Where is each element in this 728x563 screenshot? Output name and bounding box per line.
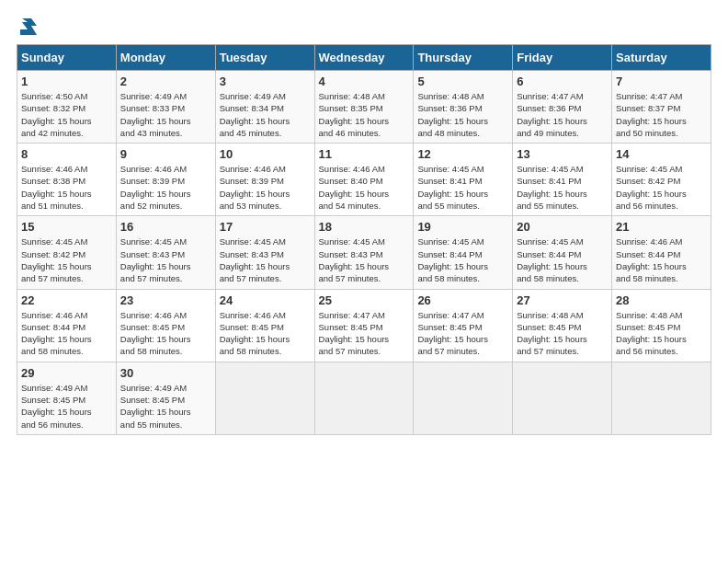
day-info: Sunrise: 4:46 AM Sunset: 8:45 PM Dayligh… <box>220 309 311 358</box>
day-info: Sunrise: 4:49 AM Sunset: 8:34 PM Dayligh… <box>220 90 311 139</box>
day-number: 24 <box>220 293 311 307</box>
day-number: 21 <box>616 220 707 234</box>
calendar-header-cell: Wednesday <box>314 45 414 71</box>
header <box>9 9 719 40</box>
day-number: 18 <box>319 220 410 234</box>
calendar-cell: 4Sunrise: 4:48 AM Sunset: 8:35 PM Daylig… <box>314 71 414 144</box>
calendar-cell: 17Sunrise: 4:45 AM Sunset: 8:43 PM Dayli… <box>215 216 314 289</box>
day-info: Sunrise: 4:47 AM Sunset: 8:45 PM Dayligh… <box>319 309 410 358</box>
day-number: 27 <box>517 293 608 307</box>
calendar-header-cell: Monday <box>116 45 215 71</box>
calendar-cell: 30Sunrise: 4:49 AM Sunset: 8:45 PM Dayli… <box>116 362 215 434</box>
calendar-cell: 29Sunrise: 4:49 AM Sunset: 8:45 PM Dayli… <box>17 362 117 434</box>
day-info: Sunrise: 4:50 AM Sunset: 8:32 PM Dayligh… <box>21 90 112 139</box>
day-number: 2 <box>120 75 211 88</box>
calendar-cell: 19Sunrise: 4:45 AM Sunset: 8:44 PM Dayli… <box>414 216 513 289</box>
calendar-header-row: SundayMondayTuesdayWednesdayThursdayFrid… <box>17 45 711 71</box>
calendar-cell: 12Sunrise: 4:45 AM Sunset: 8:41 PM Dayli… <box>414 144 513 216</box>
day-number: 6 <box>517 75 608 88</box>
day-info: Sunrise: 4:45 AM Sunset: 8:41 PM Dayligh… <box>517 163 608 212</box>
calendar-cell: 23Sunrise: 4:46 AM Sunset: 8:45 PM Dayli… <box>116 289 215 362</box>
day-info: Sunrise: 4:45 AM Sunset: 8:43 PM Dayligh… <box>220 236 311 284</box>
calendar-table: SundayMondayTuesdayWednesdayThursdayFrid… <box>17 44 711 435</box>
day-info: Sunrise: 4:46 AM Sunset: 8:44 PM Dayligh… <box>616 236 707 284</box>
calendar-cell: 3Sunrise: 4:49 AM Sunset: 8:34 PM Daylig… <box>215 71 314 144</box>
day-info: Sunrise: 4:45 AM Sunset: 8:43 PM Dayligh… <box>319 236 410 284</box>
calendar-cell: 22Sunrise: 4:46 AM Sunset: 8:44 PM Dayli… <box>17 289 117 362</box>
calendar-cell: 9Sunrise: 4:46 AM Sunset: 8:39 PM Daylig… <box>116 144 215 216</box>
day-info: Sunrise: 4:45 AM Sunset: 8:44 PM Dayligh… <box>417 236 508 284</box>
calendar-cell <box>215 362 314 434</box>
day-number: 29 <box>21 366 112 380</box>
calendar-cell: 6Sunrise: 4:47 AM Sunset: 8:36 PM Daylig… <box>513 71 612 144</box>
day-number: 4 <box>319 75 410 88</box>
calendar-week-row: 15Sunrise: 4:45 AM Sunset: 8:42 PM Dayli… <box>17 216 711 289</box>
day-number: 23 <box>120 293 211 307</box>
day-info: Sunrise: 4:48 AM Sunset: 8:45 PM Dayligh… <box>616 309 707 358</box>
day-number: 11 <box>319 147 410 161</box>
day-info: Sunrise: 4:49 AM Sunset: 8:45 PM Dayligh… <box>21 382 112 431</box>
calendar-cell: 15Sunrise: 4:45 AM Sunset: 8:42 PM Dayli… <box>17 216 117 289</box>
day-info: Sunrise: 4:45 AM Sunset: 8:42 PM Dayligh… <box>616 163 707 212</box>
calendar-header-cell: Friday <box>513 45 612 71</box>
logo <box>18 17 39 37</box>
day-info: Sunrise: 4:47 AM Sunset: 8:45 PM Dayligh… <box>417 309 508 358</box>
day-number: 25 <box>319 293 410 307</box>
calendar-cell: 1Sunrise: 4:50 AM Sunset: 8:32 PM Daylig… <box>17 71 117 144</box>
calendar-body: 1Sunrise: 4:50 AM Sunset: 8:32 PM Daylig… <box>17 71 711 435</box>
day-number: 16 <box>120 220 211 234</box>
calendar-cell: 7Sunrise: 4:47 AM Sunset: 8:37 PM Daylig… <box>612 71 711 144</box>
day-info: Sunrise: 4:45 AM Sunset: 8:44 PM Dayligh… <box>517 236 608 284</box>
logo-icon <box>18 17 39 37</box>
day-info: Sunrise: 4:46 AM Sunset: 8:39 PM Dayligh… <box>120 163 211 212</box>
calendar-week-row: 22Sunrise: 4:46 AM Sunset: 8:44 PM Dayli… <box>17 289 711 362</box>
calendar-week-row: 1Sunrise: 4:50 AM Sunset: 8:32 PM Daylig… <box>17 71 711 144</box>
calendar-week-row: 8Sunrise: 4:46 AM Sunset: 8:38 PM Daylig… <box>17 144 711 216</box>
day-info: Sunrise: 4:45 AM Sunset: 8:43 PM Dayligh… <box>120 236 211 284</box>
calendar-cell: 14Sunrise: 4:45 AM Sunset: 8:42 PM Dayli… <box>612 144 711 216</box>
day-info: Sunrise: 4:46 AM Sunset: 8:38 PM Dayligh… <box>21 163 112 212</box>
calendar-cell: 11Sunrise: 4:46 AM Sunset: 8:40 PM Dayli… <box>314 144 414 216</box>
day-info: Sunrise: 4:48 AM Sunset: 8:45 PM Dayligh… <box>517 309 608 358</box>
day-info: Sunrise: 4:45 AM Sunset: 8:42 PM Dayligh… <box>21 236 112 284</box>
calendar-cell: 16Sunrise: 4:45 AM Sunset: 8:43 PM Dayli… <box>116 216 215 289</box>
day-number: 15 <box>21 220 112 234</box>
day-info: Sunrise: 4:46 AM Sunset: 8:39 PM Dayligh… <box>220 163 311 212</box>
calendar-cell: 24Sunrise: 4:46 AM Sunset: 8:45 PM Dayli… <box>215 289 314 362</box>
day-number: 5 <box>417 75 508 88</box>
calendar-cell: 26Sunrise: 4:47 AM Sunset: 8:45 PM Dayli… <box>414 289 513 362</box>
calendar-cell: 10Sunrise: 4:46 AM Sunset: 8:39 PM Dayli… <box>215 144 314 216</box>
day-number: 19 <box>417 220 508 234</box>
calendar-cell: 13Sunrise: 4:45 AM Sunset: 8:41 PM Dayli… <box>513 144 612 216</box>
day-number: 3 <box>220 75 311 88</box>
day-info: Sunrise: 4:47 AM Sunset: 8:36 PM Dayligh… <box>517 90 608 139</box>
calendar-cell: 25Sunrise: 4:47 AM Sunset: 8:45 PM Dayli… <box>314 289 414 362</box>
day-info: Sunrise: 4:46 AM Sunset: 8:44 PM Dayligh… <box>21 309 112 358</box>
day-info: Sunrise: 4:49 AM Sunset: 8:45 PM Dayligh… <box>120 382 211 431</box>
calendar-week-row: 29Sunrise: 4:49 AM Sunset: 8:45 PM Dayli… <box>17 362 711 434</box>
day-info: Sunrise: 4:45 AM Sunset: 8:41 PM Dayligh… <box>417 163 508 212</box>
day-number: 12 <box>417 147 508 161</box>
day-number: 7 <box>616 75 707 88</box>
calendar-cell: 20Sunrise: 4:45 AM Sunset: 8:44 PM Dayli… <box>513 216 612 289</box>
calendar-cell: 5Sunrise: 4:48 AM Sunset: 8:36 PM Daylig… <box>414 71 513 144</box>
day-number: 28 <box>616 293 707 307</box>
calendar-header-cell: Saturday <box>612 45 711 71</box>
day-info: Sunrise: 4:48 AM Sunset: 8:36 PM Dayligh… <box>417 90 508 139</box>
calendar-cell: 2Sunrise: 4:49 AM Sunset: 8:33 PM Daylig… <box>116 71 215 144</box>
day-number: 14 <box>616 147 707 161</box>
calendar-cell: 8Sunrise: 4:46 AM Sunset: 8:38 PM Daylig… <box>17 144 117 216</box>
day-info: Sunrise: 4:49 AM Sunset: 8:33 PM Dayligh… <box>120 90 211 139</box>
day-number: 26 <box>417 293 508 307</box>
svg-marker-0 <box>20 18 37 35</box>
day-number: 20 <box>517 220 608 234</box>
calendar-header-cell: Thursday <box>414 45 513 71</box>
calendar-container: SundayMondayTuesdayWednesdayThursdayFrid… <box>17 44 711 435</box>
day-number: 13 <box>517 147 608 161</box>
calendar-header-cell: Tuesday <box>215 45 314 71</box>
day-number: 17 <box>220 220 311 234</box>
calendar-cell <box>612 362 711 434</box>
calendar-header-cell: Sunday <box>17 45 117 71</box>
day-number: 22 <box>21 293 112 307</box>
calendar-cell <box>314 362 414 434</box>
